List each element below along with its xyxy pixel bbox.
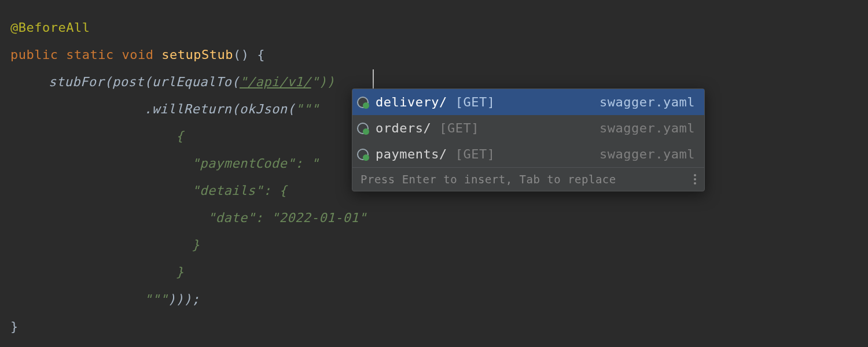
completion-meta: [GET] [455,88,495,116]
endpoint-icon [357,97,369,108]
completion-source: swagger.yaml [599,115,695,142]
completion-popup[interactable]: delivery/ [GET] swagger.yaml orders/ [GE… [352,88,705,191]
annotation: @BeforeAll [10,20,90,35]
completion-hint-bar: Press Enter to insert, Tab to replace [352,167,704,191]
code-editor[interactable]: @BeforeAll public static void setupStub(… [0,0,868,340]
more-icon[interactable] [694,174,696,184]
json-line: { [176,129,184,143]
json-line: "paymentCode": " [176,156,319,171]
keyword-void: void [122,47,153,62]
completion-meta: [GET] [439,115,479,142]
completion-source: swagger.yaml [599,141,695,168]
completion-hint-text: Press Enter to insert, Tab to replace [361,166,616,193]
json-line: } [176,265,184,279]
completion-item[interactable]: delivery/ [GET] swagger.yaml [352,89,704,115]
call-okjson: okJson [240,102,287,116]
completion-meta: [GET] [455,141,495,168]
call-post: post [112,75,144,89]
keyword-static: static [66,47,113,62]
triple-quote-open: """ [295,102,319,116]
url-string-literal[interactable]: "/api/v1/ [240,75,311,89]
completion-source: swagger.yaml [599,88,695,116]
method-name: setupStub [161,47,233,62]
keyword-public: public [10,47,58,62]
json-line: } [176,238,200,252]
endpoint-icon [357,123,369,134]
method-parens: () { [233,47,265,62]
method-close-brace: } [10,319,19,334]
json-line: "date": "2022-01-01" [176,211,367,225]
call-stubfor: stubFor [49,75,104,89]
triple-quote-close: """ [144,292,168,307]
endpoint-icon [357,149,369,160]
json-line: "details": { [176,183,287,198]
call-urlequalto: urlEqualTo [152,75,231,89]
completion-name: delivery/ [376,88,447,116]
completion-item[interactable]: orders/ [GET] swagger.yaml [352,115,704,141]
text-caret [373,69,374,90]
call-willreturn: willReturn [152,102,231,116]
completion-name: orders/ [376,115,431,142]
completion-name: payments/ [376,141,447,168]
completion-item[interactable]: payments/ [GET] swagger.yaml [352,141,704,167]
